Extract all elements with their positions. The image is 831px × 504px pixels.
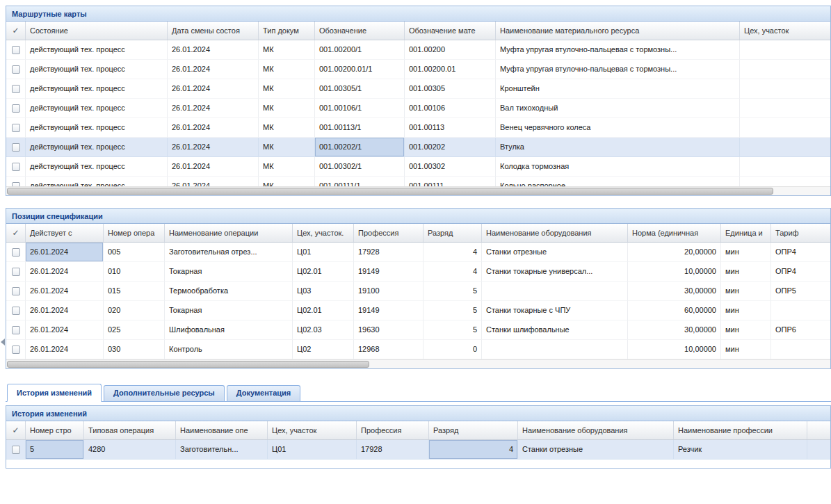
table-cell[interactable]: Ц02.01: [293, 301, 354, 320]
table-row[interactable]: 54280Заготовительн...Ц01179284Станки отр…: [6, 440, 830, 460]
table-cell[interactable]: 001.00305/1: [315, 79, 405, 99]
table-cell[interactable]: [771, 301, 830, 320]
table-cell[interactable]: Шлифовальная: [165, 320, 293, 340]
table-cell[interactable]: действующий тех. процесс: [26, 118, 168, 138]
row-checkbox[interactable]: [12, 268, 20, 276]
column-header[interactable]: Цех, участок: [740, 22, 830, 40]
table-cell[interactable]: Вал тихоходный: [496, 99, 740, 118]
table-cell[interactable]: ОПР6: [771, 320, 830, 340]
row-checkbox[interactable]: [12, 65, 20, 74]
column-header[interactable]: Состояние: [26, 22, 168, 40]
table-cell[interactable]: [482, 340, 628, 359]
table-cell[interactable]: 001.00106/1: [315, 99, 405, 118]
table-cell[interactable]: 5: [26, 440, 84, 460]
table-cell[interactable]: действующий тех. процесс: [26, 99, 168, 118]
table-cell[interactable]: 001.00111: [405, 177, 496, 186]
table-cell[interactable]: 26.01.2024: [26, 301, 104, 320]
table-row[interactable]: действующий тех. процесс26.01.2024МК001.…: [6, 177, 830, 186]
table-cell[interactable]: Кольцо распорное: [496, 177, 740, 186]
table-cell[interactable]: 001.00106: [405, 99, 496, 118]
table-cell[interactable]: [740, 79, 830, 99]
tab-change-history[interactable]: История изменений: [7, 384, 102, 402]
row-checkbox[interactable]: [12, 46, 20, 54]
column-header[interactable]: Цех, участок: [268, 421, 357, 439]
select-all-column-header[interactable]: ✓: [6, 421, 26, 439]
column-header[interactable]: Тип докум: [259, 22, 315, 40]
table-cell[interactable]: 025: [104, 320, 165, 340]
table-cell[interactable]: мин: [721, 340, 771, 359]
table-cell[interactable]: 26.01.2024: [26, 320, 104, 340]
table-cell[interactable]: мин: [721, 282, 771, 301]
column-header[interactable]: Тариф: [771, 224, 830, 242]
table-cell[interactable]: 4: [429, 440, 518, 460]
table-row[interactable]: 26.01.2024015ТермообработкаЦ0319100530,0…: [6, 282, 830, 301]
table-cell[interactable]: действующий тех. процесс: [26, 40, 168, 60]
table-cell[interactable]: 001.00200.01: [405, 60, 496, 79]
table-cell[interactable]: МК: [259, 157, 315, 177]
table-cell[interactable]: 19149: [354, 262, 423, 282]
table-cell[interactable]: 17928: [354, 243, 423, 262]
table-cell[interactable]: 30,00000: [628, 282, 721, 301]
table-cell[interactable]: Ц03: [293, 282, 354, 301]
column-header[interactable]: Единица и: [721, 224, 771, 242]
table-cell[interactable]: Ц02.01: [293, 262, 354, 282]
column-header[interactable]: Наименование оборудования: [482, 224, 628, 242]
column-header[interactable]: Номер стро: [26, 421, 84, 439]
table-cell[interactable]: Станки отрезные: [482, 243, 628, 262]
table-row[interactable]: 26.01.2024025ШлифовальнаяЦ02.03196305Ста…: [6, 320, 830, 340]
select-all-column-header[interactable]: ✓: [6, 22, 26, 40]
table-cell[interactable]: Муфта упругая втулочно-пальцевая с тормо…: [496, 60, 740, 79]
table-cell[interactable]: 26.01.2024: [26, 282, 104, 301]
column-header[interactable]: Норма (единичная: [628, 224, 721, 242]
table-cell[interactable]: МК: [259, 118, 315, 138]
table-cell[interactable]: действующий тех. процесс: [26, 177, 168, 186]
table-row[interactable]: 26.01.2024005Заготовительная отрез...Ц01…: [6, 243, 830, 262]
column-header[interactable]: [807, 421, 830, 439]
route-maps-horizontal-scrollbar[interactable]: [6, 186, 830, 195]
table-cell[interactable]: 001.00202: [405, 138, 496, 157]
table-cell[interactable]: 19630: [354, 320, 423, 340]
table-cell[interactable]: Ц02.03: [293, 320, 354, 340]
table-cell[interactable]: 010: [104, 262, 165, 282]
row-checkbox[interactable]: [12, 85, 20, 93]
table-cell[interactable]: Токарная: [165, 262, 293, 282]
table-cell[interactable]: 30,00000: [628, 320, 721, 340]
table-cell[interactable]: 001.00200/1: [315, 40, 405, 60]
table-cell[interactable]: 26.01.2024: [168, 60, 259, 79]
table-cell[interactable]: Контроль: [165, 340, 293, 359]
table-cell[interactable]: 60,00000: [628, 301, 721, 320]
row-checkbox[interactable]: [12, 446, 20, 454]
table-cell[interactable]: Ц01: [268, 440, 357, 460]
column-header[interactable]: Разряд: [423, 224, 482, 242]
column-header[interactable]: Разряд: [429, 421, 518, 439]
table-cell[interactable]: 001.00113: [405, 118, 496, 138]
table-cell[interactable]: [740, 60, 830, 79]
table-cell[interactable]: [740, 157, 830, 177]
column-header[interactable]: Наименование операции: [165, 224, 293, 242]
table-cell[interactable]: 015: [104, 282, 165, 301]
table-row[interactable]: действующий тех. процесс26.01.2024МК001.…: [6, 40, 830, 60]
table-cell[interactable]: 020: [104, 301, 165, 320]
table-cell[interactable]: [807, 440, 830, 460]
row-checkbox[interactable]: [12, 326, 20, 334]
table-row[interactable]: действующий тех. процесс26.01.2024МК001.…: [6, 60, 830, 79]
table-cell[interactable]: 26.01.2024: [26, 243, 104, 262]
table-cell[interactable]: МК: [259, 60, 315, 79]
column-header[interactable]: Профессия: [357, 421, 429, 439]
table-row[interactable]: действующий тех. процесс26.01.2024МК001.…: [6, 138, 830, 157]
table-cell[interactable]: Станки токарные с ЧПУ: [482, 301, 628, 320]
table-cell[interactable]: 17928: [357, 440, 429, 460]
table-cell[interactable]: 26.01.2024: [168, 79, 259, 99]
tab-documentation[interactable]: Документация: [227, 385, 301, 401]
table-cell[interactable]: Ц01: [293, 243, 354, 262]
table-cell[interactable]: Муфта упругая втулочно-пальцевая с тормо…: [496, 40, 740, 60]
table-cell[interactable]: 19100: [354, 282, 423, 301]
table-row[interactable]: 26.01.2024030КонтрольЦ0212968010,00000ми…: [6, 340, 830, 359]
column-header[interactable]: Дата смены состоя: [168, 22, 259, 40]
spec-positions-horizontal-scrollbar[interactable]: [6, 359, 830, 368]
table-cell[interactable]: [740, 138, 830, 157]
table-cell[interactable]: 001.00200: [405, 40, 496, 60]
table-cell[interactable]: 030: [104, 340, 165, 359]
column-header[interactable]: Цех, участок.: [293, 224, 354, 242]
table-cell[interactable]: Втулка: [496, 138, 740, 157]
